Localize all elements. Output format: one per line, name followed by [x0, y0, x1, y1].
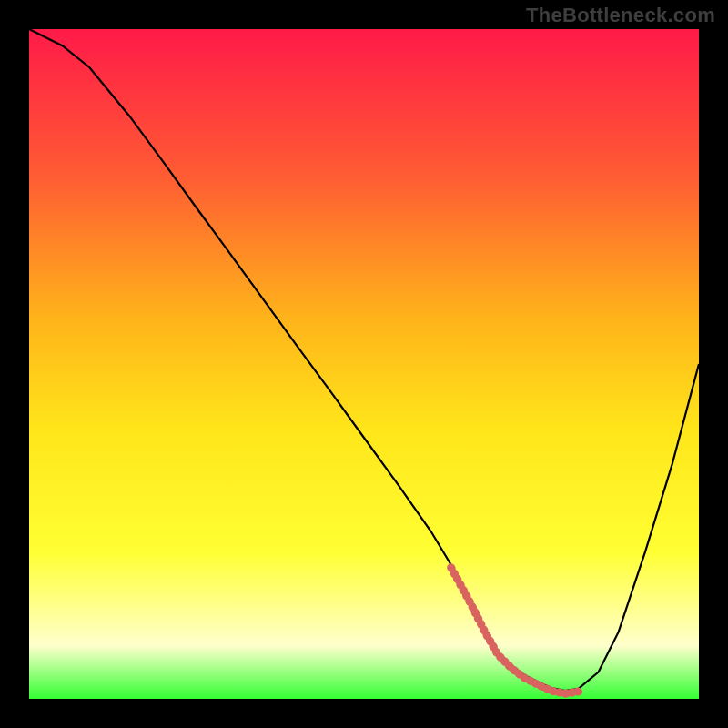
watermark-label: TheBottleneck.com: [526, 4, 715, 27]
chart-frame: TheBottleneck.com: [0, 0, 728, 728]
gradient-plot-area: [29, 29, 699, 699]
bottleneck-chart: [0, 0, 728, 728]
